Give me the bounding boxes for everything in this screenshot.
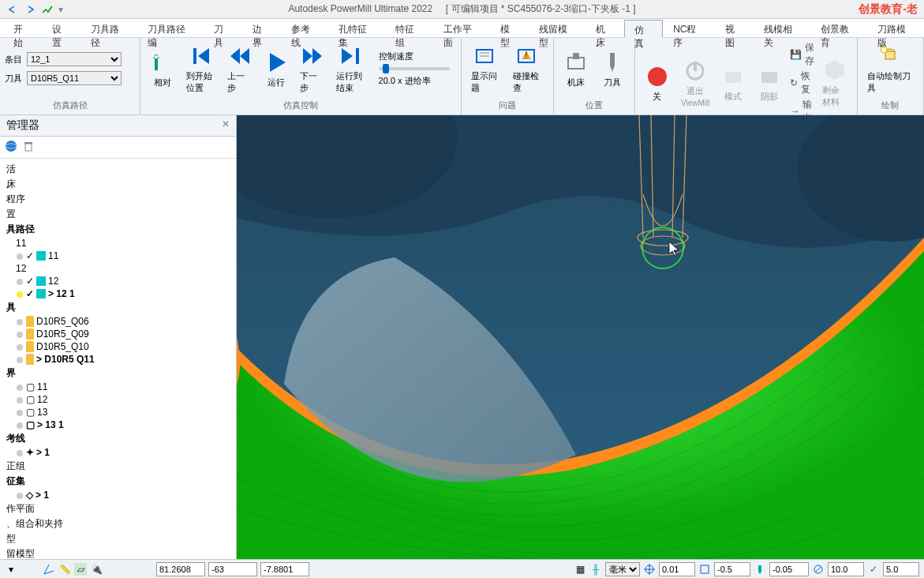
group-issues-label: 问题 [466, 98, 548, 113]
tree-body[interactable]: 活 床 程序 置 具路径 11 ✓11 12 ✓12 ✓> 12 1 具 D10… [0, 159, 236, 559]
menu-tab[interactable]: 刀具路径编 [137, 19, 204, 37]
tool-pos-button[interactable]: 刀具 [595, 47, 630, 92]
coord-y-input[interactable] [208, 562, 257, 576]
redo-icon[interactable] [24, 3, 36, 16]
menu-tab[interactable]: 刀路模版 [867, 19, 924, 37]
connect-icon[interactable]: 🔌 [90, 563, 103, 576]
undo-icon[interactable] [6, 3, 19, 16]
viewmill-off-button[interactable]: 关 [640, 61, 675, 106]
bulb-icon[interactable] [16, 355, 24, 363]
svg-rect-16 [25, 144, 32, 151]
measure-icon[interactable]: 📏 [58, 563, 71, 576]
target-icon[interactable] [643, 563, 656, 576]
chart-icon[interactable] [41, 3, 54, 16]
menu-tab[interactable]: 残模相关 [754, 19, 810, 37]
v1-input[interactable] [714, 562, 750, 576]
bulb-icon[interactable] [16, 277, 24, 285]
project-title: [ 可编辑项目 * SC455076-2-3缩口-下夹板 -1 ] [446, 3, 636, 14]
run-button[interactable]: 运行 [259, 47, 294, 92]
show-issues-button[interactable]: 显示问题 [466, 40, 507, 97]
speed-slider[interactable] [379, 67, 450, 70]
grid-icon[interactable]: ▦ [574, 563, 586, 576]
bulb-icon[interactable] [16, 252, 24, 260]
v2-input[interactable] [769, 562, 809, 576]
machine-pos-button[interactable]: 机床 [559, 47, 593, 92]
menu-tabs: 开始设置刀具路径刀具路径编刀具边界参考线孔特征集特征组工作平面模型残留模型机床仿… [0, 19, 924, 38]
bulb-icon[interactable] [16, 317, 24, 325]
bulb-icon[interactable] [16, 330, 24, 338]
svg-line-47 [815, 566, 821, 572]
menu-tab[interactable]: 机床 [585, 19, 624, 37]
menu-tab[interactable]: 模型 [490, 19, 529, 37]
next-step-button[interactable]: 下一步 [295, 40, 330, 97]
bulb-icon[interactable] [16, 449, 24, 456]
viewport-3d[interactable] [237, 115, 924, 559]
v4-input[interactable] [883, 562, 919, 576]
menu-tab[interactable]: 孔特征集 [328, 19, 385, 37]
svg-point-29 [17, 450, 23, 456]
boundary-icon: ▢ [26, 407, 35, 418]
close-icon[interactable]: ✕ [222, 118, 230, 133]
tree-item: 程序 [3, 192, 233, 207]
tol-input[interactable] [659, 562, 695, 576]
trash-icon[interactable] [22, 140, 35, 155]
menu-tab[interactable]: NC程序 [663, 19, 715, 37]
entry-select[interactable]: 12_1 [27, 52, 122, 66]
menu-tab[interactable]: 边界 [242, 19, 281, 37]
group-control-label: 仿真控制 [145, 98, 456, 113]
bulb-on-icon[interactable] [16, 290, 24, 298]
menu-tab[interactable]: 仿真 [624, 20, 663, 38]
bulb-icon[interactable] [16, 343, 24, 351]
menu-tab[interactable]: 创景教育 [810, 19, 867, 37]
to-start-button[interactable]: 到开始位置 [181, 40, 221, 97]
tree-item: ✓12 [3, 275, 233, 287]
svg-rect-17 [24, 142, 32, 144]
menu-tab[interactable]: 刀具路径 [80, 19, 137, 37]
auto-draw-tool-button[interactable]: 自动绘制刀具 [862, 40, 918, 97]
thickness-icon[interactable] [698, 563, 711, 576]
feed-label: 20.0 x 进给率 [379, 75, 450, 87]
unit-select[interactable]: 毫米 [605, 562, 640, 576]
viewmill-restore-button[interactable]: ↻恢复 [790, 69, 814, 96]
qat-dropdown-icon[interactable]: ▾ [58, 4, 63, 15]
bulb-icon[interactable] [16, 421, 24, 429]
collision-check-button[interactable]: !碰撞检查 [508, 40, 548, 97]
coord-z-input[interactable] [260, 562, 309, 576]
dropdown-icon[interactable]: ▾ [5, 563, 17, 576]
statusbar: ▾ 📏 ▱ 🔌 ▦ ╫ 毫米 ✓ [0, 559, 924, 578]
axis-icon[interactable] [43, 563, 55, 576]
v3-input[interactable] [828, 562, 864, 576]
bulb-icon[interactable] [16, 491, 24, 499]
menu-tab[interactable]: 参考线 [281, 19, 329, 37]
globe-icon[interactable] [5, 140, 17, 155]
prev-step-button[interactable]: 上一步 [223, 40, 257, 97]
menu-tab[interactable]: 设置 [42, 19, 80, 37]
viewmill-save-button[interactable]: 💾保存 [790, 41, 814, 68]
plane-icon[interactable]: ▱ [74, 563, 87, 576]
ruler-icon[interactable]: ╫ [589, 563, 602, 576]
bulb-icon[interactable] [16, 408, 24, 416]
menu-tab[interactable]: 开始 [3, 19, 42, 37]
check-icon[interactable]: ✓ [867, 563, 880, 576]
menu-tab[interactable]: 特征组 [385, 19, 433, 37]
menu-tab[interactable]: 工作平面 [433, 19, 490, 37]
svg-point-25 [17, 385, 23, 391]
relative-button[interactable]: 相对 [145, 47, 180, 92]
svg-rect-45 [758, 565, 761, 572]
bulb-icon[interactable] [16, 383, 24, 391]
tool-icon [26, 328, 34, 340]
boundary-icon: ▢ [26, 419, 35, 430]
menu-tab[interactable]: 刀具 [204, 19, 242, 37]
diameter-icon[interactable] [812, 563, 825, 576]
to-end-button[interactable]: 运行到结束 [331, 40, 371, 97]
tree-title: 管理器 [6, 118, 39, 133]
svg-point-24 [17, 357, 23, 363]
bulb-icon[interactable] [16, 396, 24, 403]
menu-tab[interactable]: 残留模型 [529, 19, 585, 37]
boundary-icon: ▢ [26, 381, 35, 392]
tree-item: ▢12 [3, 393, 233, 406]
tool-select[interactable]: D10R5_Q11 [27, 71, 122, 85]
coord-x-input[interactable] [156, 562, 205, 576]
menu-tab[interactable]: 视图 [715, 19, 754, 37]
tool-small-icon[interactable] [754, 563, 766, 576]
